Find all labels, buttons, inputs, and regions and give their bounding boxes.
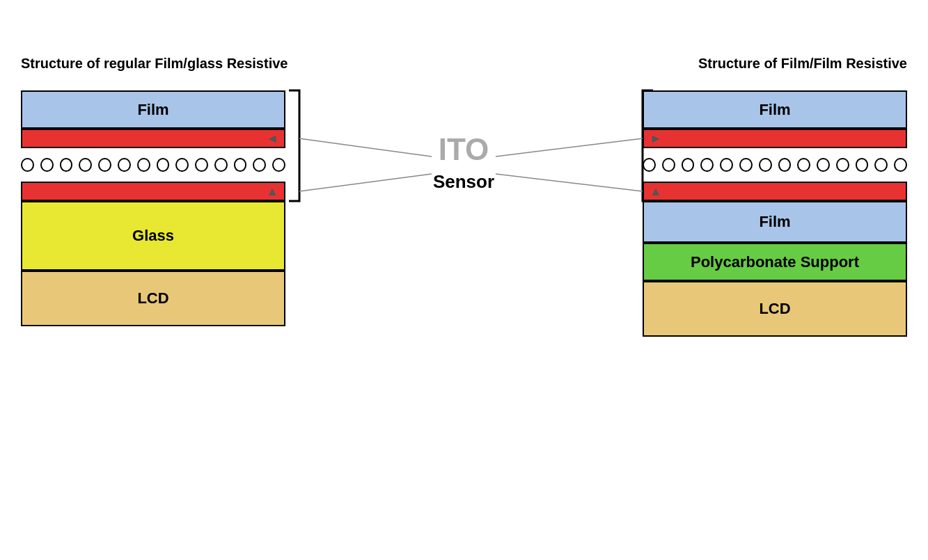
dot xyxy=(118,158,131,172)
left-ito-bottom: ▲ xyxy=(21,182,285,201)
dot xyxy=(157,158,170,172)
dot xyxy=(60,158,73,172)
ito-center-label: ITO xyxy=(439,132,489,166)
dot xyxy=(175,158,189,172)
dot xyxy=(682,158,695,172)
left-ito-red-top xyxy=(21,129,285,148)
dot xyxy=(778,158,792,172)
left-bracket-sensor xyxy=(289,90,299,201)
left-ito-top: ◄ xyxy=(21,129,285,148)
page-container: Structure of regular Film/glass Resistiv… xyxy=(0,0,928,560)
right-film-bottom-label: Film xyxy=(759,213,790,231)
left-glass-label: Glass xyxy=(132,227,174,245)
right-ito-red-bottom xyxy=(643,182,907,201)
left-ito-arrow-top: ◄ xyxy=(266,131,278,146)
right-diagram-title: Structure of Film/Film Resistive xyxy=(608,56,907,72)
left-dots-row xyxy=(21,148,285,182)
main-layout: Structure of regular Film/glass Resistiv… xyxy=(0,0,928,560)
dot xyxy=(21,158,34,172)
left-ito-top-line xyxy=(299,138,432,157)
dot xyxy=(720,158,733,172)
left-ito-red-bottom xyxy=(21,182,285,201)
right-ito-top: ► xyxy=(643,129,907,148)
dot xyxy=(79,158,92,172)
right-polycarbonate-layer: Polycarbonate Support xyxy=(643,243,907,281)
dot xyxy=(40,158,54,172)
dot xyxy=(836,158,849,172)
left-lcd-layer: LCD xyxy=(21,271,285,326)
right-lcd-label: LCD xyxy=(759,300,790,318)
right-ito-bottom-line xyxy=(496,174,643,191)
dot xyxy=(894,158,907,172)
dot xyxy=(643,158,656,172)
dot xyxy=(856,158,869,172)
dot xyxy=(234,158,247,172)
right-dots-row xyxy=(643,148,907,182)
right-ito-arrow-top: ► xyxy=(650,131,662,146)
right-film-top-label: Film xyxy=(759,101,790,119)
dot xyxy=(874,158,888,172)
left-lcd-label: LCD xyxy=(137,289,168,307)
dot xyxy=(137,158,150,172)
dot xyxy=(700,158,714,172)
left-film-label: Film xyxy=(137,101,168,119)
right-polycarbonate-label: Polycarbonate Support xyxy=(691,253,859,271)
left-ito-arrow-bottom: ▲ xyxy=(266,184,278,199)
right-diagram-layers: Film ► xyxy=(643,90,907,337)
dot xyxy=(662,158,675,172)
right-film-bottom-layer: Film xyxy=(643,201,907,243)
right-ito-red-top xyxy=(643,129,907,148)
right-lcd-layer: LCD xyxy=(643,281,907,337)
dot xyxy=(759,158,772,172)
dot xyxy=(195,158,208,172)
left-ito-bottom-line xyxy=(299,174,432,191)
left-diagram-title: Structure of regular Film/glass Resistiv… xyxy=(21,56,288,72)
left-glass-layer: Glass xyxy=(21,201,285,271)
right-ito-bottom: ▲ xyxy=(643,182,907,201)
right-ito-top-line xyxy=(496,138,643,157)
dot xyxy=(272,158,285,172)
dot xyxy=(797,158,810,172)
right-film-top-layer: Film xyxy=(643,90,907,129)
dot xyxy=(739,158,753,172)
sensor-center-label: Sensor xyxy=(433,171,494,192)
dot xyxy=(214,158,228,172)
dot xyxy=(817,158,830,172)
right-ito-arrow-bottom: ▲ xyxy=(650,184,662,199)
dot xyxy=(98,158,111,172)
dot xyxy=(253,158,266,172)
left-film-layer: Film xyxy=(21,90,285,129)
left-diagram-layers: Film ◄ xyxy=(21,90,285,326)
